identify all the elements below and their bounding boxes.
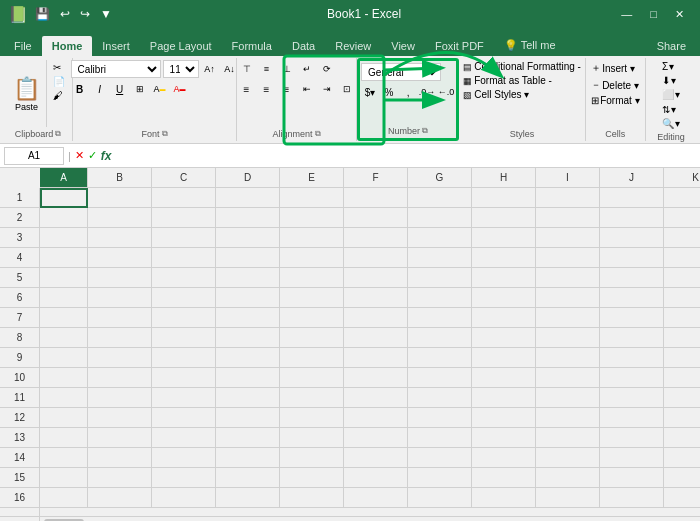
cell-B3[interactable] <box>88 228 152 248</box>
cell-D14[interactable] <box>216 448 280 468</box>
col-header-F[interactable]: F <box>344 168 408 187</box>
underline-button[interactable]: U <box>111 80 129 98</box>
cell-G6[interactable] <box>408 288 472 308</box>
cell-H14[interactable] <box>472 448 536 468</box>
accounting-format-button[interactable]: $▾ <box>361 83 379 101</box>
top-align-button[interactable]: ⊤ <box>238 60 256 78</box>
cell-B10[interactable] <box>88 368 152 388</box>
cell-F1[interactable] <box>344 188 408 208</box>
cell-G9[interactable] <box>408 348 472 368</box>
cell-H13[interactable] <box>472 428 536 448</box>
row-header-1[interactable]: 1 <box>0 188 39 208</box>
cell-E10[interactable] <box>280 368 344 388</box>
cell-B15[interactable] <box>88 468 152 488</box>
cell-J11[interactable] <box>600 388 664 408</box>
cell-K15[interactable] <box>664 468 700 488</box>
cell-F12[interactable] <box>344 408 408 428</box>
italic-button[interactable]: I <box>91 80 109 98</box>
bold-button[interactable]: B <box>71 80 89 98</box>
cell-E16[interactable] <box>280 488 344 508</box>
cell-C8[interactable] <box>152 328 216 348</box>
tab-home[interactable]: Home <box>42 36 93 56</box>
cell-G15[interactable] <box>408 468 472 488</box>
cell-E7[interactable] <box>280 308 344 328</box>
cell-E15[interactable] <box>280 468 344 488</box>
format-as-table-button[interactable]: ▦ Format as Table - <box>459 74 556 87</box>
cell-K3[interactable] <box>664 228 700 248</box>
col-header-I[interactable]: I <box>536 168 600 187</box>
cell-G16[interactable] <box>408 488 472 508</box>
customize-qat-button[interactable]: ▼ <box>97 6 115 22</box>
cell-B11[interactable] <box>88 388 152 408</box>
cell-A4[interactable] <box>40 248 88 268</box>
cell-E6[interactable] <box>280 288 344 308</box>
cell-K10[interactable] <box>664 368 700 388</box>
clipboard-group-label[interactable]: Clipboard ⧉ <box>15 129 62 139</box>
cell-K7[interactable] <box>664 308 700 328</box>
increase-indent-button[interactable]: ⇥ <box>318 80 336 98</box>
cell-J9[interactable] <box>600 348 664 368</box>
cell-J2[interactable] <box>600 208 664 228</box>
tab-page-layout[interactable]: Page Layout <box>140 36 222 56</box>
cell-J3[interactable] <box>600 228 664 248</box>
cell-D3[interactable] <box>216 228 280 248</box>
bottom-align-button[interactable]: ⊥ <box>278 60 296 78</box>
cell-H10[interactable] <box>472 368 536 388</box>
cell-J12[interactable] <box>600 408 664 428</box>
cell-D2[interactable] <box>216 208 280 228</box>
cell-G1[interactable] <box>408 188 472 208</box>
cell-J5[interactable] <box>600 268 664 288</box>
cell-H12[interactable] <box>472 408 536 428</box>
cell-C13[interactable] <box>152 428 216 448</box>
font-size-select[interactable]: 11 <box>163 60 199 78</box>
cell-K11[interactable] <box>664 388 700 408</box>
cell-J8[interactable] <box>600 328 664 348</box>
cell-F4[interactable] <box>344 248 408 268</box>
increase-decimal-button[interactable]: .0→ <box>418 83 436 101</box>
cell-I6[interactable] <box>536 288 600 308</box>
clipboard-expand-icon[interactable]: ⧉ <box>55 129 61 139</box>
name-box[interactable] <box>4 147 64 165</box>
cell-A8[interactable] <box>40 328 88 348</box>
cell-I7[interactable] <box>536 308 600 328</box>
cell-G11[interactable] <box>408 388 472 408</box>
cell-G10[interactable] <box>408 368 472 388</box>
border-button[interactable]: ⊞ <box>131 80 149 98</box>
font-expand-icon[interactable]: ⧉ <box>162 129 168 139</box>
cell-C3[interactable] <box>152 228 216 248</box>
cell-E2[interactable] <box>280 208 344 228</box>
alignment-expand-icon[interactable]: ⧉ <box>315 129 321 139</box>
cell-I4[interactable] <box>536 248 600 268</box>
row-header-2[interactable]: 2 <box>0 208 39 228</box>
fill-button[interactable]: ⬇ ▾ <box>660 74 678 87</box>
cell-J13[interactable] <box>600 428 664 448</box>
tab-tell-me[interactable]: 💡 Tell me <box>494 35 566 56</box>
cell-F10[interactable] <box>344 368 408 388</box>
col-header-J[interactable]: J <box>600 168 664 187</box>
cell-F9[interactable] <box>344 348 408 368</box>
cell-styles-button[interactable]: ▧ Cell Styles ▾ <box>459 88 533 101</box>
cell-I2[interactable] <box>536 208 600 228</box>
cell-C11[interactable] <box>152 388 216 408</box>
cell-D5[interactable] <box>216 268 280 288</box>
cell-D15[interactable] <box>216 468 280 488</box>
tab-data[interactable]: Data <box>282 36 325 56</box>
cell-K13[interactable] <box>664 428 700 448</box>
cell-D4[interactable] <box>216 248 280 268</box>
cell-A16[interactable] <box>40 488 88 508</box>
cell-K6[interactable] <box>664 288 700 308</box>
cell-J14[interactable] <box>600 448 664 468</box>
cell-I3[interactable] <box>536 228 600 248</box>
paste-button[interactable]: 📋 Paste <box>7 60 47 127</box>
cell-E3[interactable] <box>280 228 344 248</box>
tab-foxit-pdf[interactable]: Foxit PDF <box>425 36 494 56</box>
cell-F7[interactable] <box>344 308 408 328</box>
copy-button[interactable]: 📄 <box>51 75 67 88</box>
cell-D13[interactable] <box>216 428 280 448</box>
cell-J10[interactable] <box>600 368 664 388</box>
align-left-button[interactable]: ≡ <box>238 80 256 98</box>
cell-E1[interactable] <box>280 188 344 208</box>
cell-H8[interactable] <box>472 328 536 348</box>
maximize-button[interactable]: □ <box>642 6 665 23</box>
cell-H3[interactable] <box>472 228 536 248</box>
